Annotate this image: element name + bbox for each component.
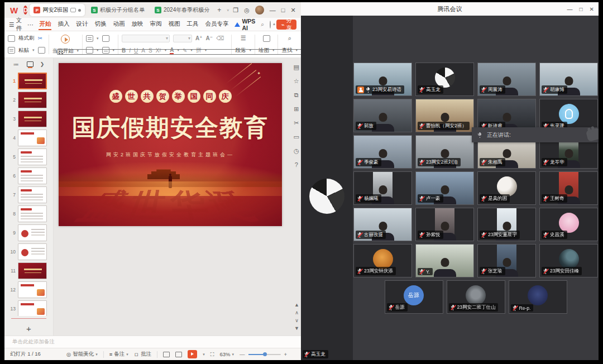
next-slide-icon[interactable]: ∨ xyxy=(295,318,299,323)
participant-tile[interactable]: 郭放 xyxy=(353,99,412,132)
file-menu[interactable]: ☰文件 xyxy=(9,17,22,32)
layout-icon[interactable] xyxy=(102,35,109,42)
prev-slide-icon[interactable]: ∧ xyxy=(295,310,299,315)
tab-list-dropdown[interactable]: ˅ xyxy=(225,8,231,12)
copy-pane-icon[interactable]: ⧉ xyxy=(294,92,299,99)
participant-tile[interactable]: 23网安董星宇 xyxy=(477,208,536,241)
clear-format-icon[interactable]: ⌫ xyxy=(216,35,224,41)
font-name-select[interactable]: ▾ xyxy=(122,35,170,42)
slide-canvas[interactable]: ✦ 盛世共贺举国同庆 国庆假期安全教育 网安2班国庆节放假安全教育主题班会— 盛… xyxy=(54,58,301,336)
paste-dropdown[interactable]: ▾ xyxy=(32,48,35,52)
zoom-out-button[interactable]: — xyxy=(240,351,245,357)
slide-thumbnail-12[interactable]: 12 xyxy=(4,280,53,299)
thumbnail-view-icon[interactable] xyxy=(27,61,34,67)
cut-icon[interactable]: ✂ xyxy=(38,35,42,41)
menu-item-视图[interactable]: 视图 xyxy=(168,19,180,30)
meeting-close-button[interactable]: ✕ xyxy=(590,6,594,12)
play-from-current-icon[interactable] xyxy=(61,35,70,44)
menu-item-开始[interactable]: 开始 xyxy=(39,19,51,30)
menu-item-工具[interactable]: 工具 xyxy=(186,19,199,30)
menu-item-设计[interactable]: 设计 xyxy=(75,19,88,30)
file-tab-3[interactable]: S2024年春季积极分 xyxy=(151,4,213,16)
shape-pane-icon[interactable]: ▭ xyxy=(294,133,299,141)
zoom-in-button[interactable]: + xyxy=(284,351,288,357)
participant-tile[interactable]: 古丽孜提 xyxy=(353,208,412,241)
participant-tile[interactable]: 王树奇 xyxy=(539,171,598,205)
menu-item-切换[interactable]: 切换 xyxy=(94,19,107,30)
slide-thumbnail-2[interactable]: 2 xyxy=(4,90,53,109)
participant-tile[interactable]: 23网安易诗语 xyxy=(353,63,412,96)
scroll-up-icon[interactable]: ▲ xyxy=(294,302,299,308)
slide-thumbnail-6[interactable]: 6 xyxy=(4,166,53,185)
slideshow-dropdown[interactable]: ▾ xyxy=(203,352,205,357)
collapse-panel-icon[interactable]: ❯ xyxy=(40,61,45,67)
participant-tile[interactable]: 史昌溪 xyxy=(539,208,598,241)
star-icon[interactable]: ☆ xyxy=(294,78,299,85)
user-avatar[interactable] xyxy=(255,6,264,15)
slide-sorter-view-button[interactable] xyxy=(57,49,301,55)
participant-tile[interactable]: 曹怡凯（网安2班） xyxy=(415,99,474,132)
layout-switch-icon[interactable]: ❐ xyxy=(233,7,238,14)
minimize-button[interactable]: — xyxy=(270,7,276,13)
participant-tile[interactable]: 孙紫悦 xyxy=(415,208,474,241)
increase-font-button[interactable]: A⁺ xyxy=(195,35,203,41)
comment-button[interactable]: 🗆批注 xyxy=(134,351,152,358)
wps-logo[interactable]: W xyxy=(7,6,21,15)
cut-pane-icon[interactable]: ✂ xyxy=(294,119,299,127)
menu-item-插入[interactable]: 插入 xyxy=(57,19,70,30)
participant-tile[interactable]: 23网安田佳峰 xyxy=(539,244,598,277)
paste-button[interactable]: 粘贴 xyxy=(18,47,29,54)
scroll-down-icon[interactable]: ▼ xyxy=(294,325,299,331)
add-slide-button[interactable]: + xyxy=(4,321,53,336)
menu-item-审阅[interactable]: 审阅 xyxy=(149,19,162,30)
participant-tile[interactable]: 23网安二班丁仕山 xyxy=(447,280,505,314)
file-tab-2[interactable]: S积极分子分组名单 xyxy=(87,4,149,16)
participant-tile[interactable]: 季俊豪 xyxy=(353,135,412,169)
font-size-select[interactable]: ▾ xyxy=(173,35,192,42)
menu-item-动画[interactable]: 动画 xyxy=(112,19,125,30)
pane-icon[interactable]: ▤ xyxy=(294,64,299,71)
participant-tile[interactable]: 张芝瑜 xyxy=(477,244,536,277)
more-menu[interactable]: ⋯ xyxy=(27,21,34,28)
format-painter-button[interactable]: 格式刷 xyxy=(18,35,35,42)
slide-thumbnail-13[interactable]: 13 xyxy=(4,299,53,316)
meeting-minimize-button[interactable]: — xyxy=(567,6,573,12)
copy-icon[interactable] xyxy=(38,47,45,54)
slide-thumbnail-4[interactable]: 4 xyxy=(4,128,53,147)
participant-tile[interactable]: 23网安2班刘洎 xyxy=(415,135,474,169)
file-tab-1[interactable]: P网安2班国 xyxy=(30,4,85,16)
current-slide[interactable]: ✦ 盛世共贺举国同庆 国庆假期安全教育 网安2班国庆节放假安全教育主题班会— 盛… xyxy=(59,63,282,226)
meeting-maximize-button[interactable]: □ xyxy=(580,6,583,12)
menu-item-放映[interactable]: 放映 xyxy=(131,19,143,30)
zoom-level[interactable]: 63%▾ xyxy=(219,351,234,357)
slide-thumbnail-8[interactable]: 8 xyxy=(4,204,53,223)
slide-thumbnail-11[interactable]: 11 xyxy=(4,261,53,280)
slide-thumbnail-1[interactable]: 1 xyxy=(4,71,53,90)
share-button[interactable]: ⌁分享 xyxy=(276,20,296,30)
participant-tile[interactable]: 卢一豪 xyxy=(415,171,474,205)
slide-thumbnail-5[interactable]: 5 xyxy=(4,147,53,166)
close-button[interactable]: ✕ xyxy=(290,7,295,14)
search-icon[interactable]: ⌕ xyxy=(261,21,264,28)
maximize-button[interactable]: □ xyxy=(281,7,285,13)
zoom-slider-track[interactable] xyxy=(248,354,281,355)
cloud-sync-icon[interactable] xyxy=(270,21,271,28)
slide-thumbnail-7[interactable]: 7 xyxy=(4,185,53,204)
normal-view-button[interactable] xyxy=(163,352,170,357)
slide-thumbnail-9[interactable]: 9 xyxy=(4,223,53,242)
notes-bar[interactable]: 单击此处添加备注 xyxy=(4,336,301,348)
slide-thumbnail-10[interactable]: 10 xyxy=(4,242,53,261)
slide-thumbnail-3[interactable]: 3 xyxy=(4,109,53,128)
participant-tile[interactable]: 23网安钟庆添 xyxy=(353,244,412,277)
docer-app-icon[interactable]: D xyxy=(23,6,27,15)
skin-icon[interactable]: ◎ xyxy=(244,7,250,14)
participant-tile[interactable]: 周晨涛 xyxy=(477,63,536,96)
participant-tile[interactable]: 是真的困 xyxy=(477,171,536,205)
new-slide-icon[interactable] xyxy=(86,35,93,42)
outline-view-icon[interactable]: ≔ xyxy=(13,61,20,67)
slideshow-play-button[interactable] xyxy=(188,350,197,358)
beautify-button[interactable]: ◎智能美化▾ xyxy=(66,351,98,358)
menu-item-会员专享[interactable]: 会员专享 xyxy=(204,19,229,30)
history-pane-icon[interactable]: ◷ xyxy=(294,147,299,155)
participant-tile[interactable]: 胡康博 xyxy=(539,63,598,96)
